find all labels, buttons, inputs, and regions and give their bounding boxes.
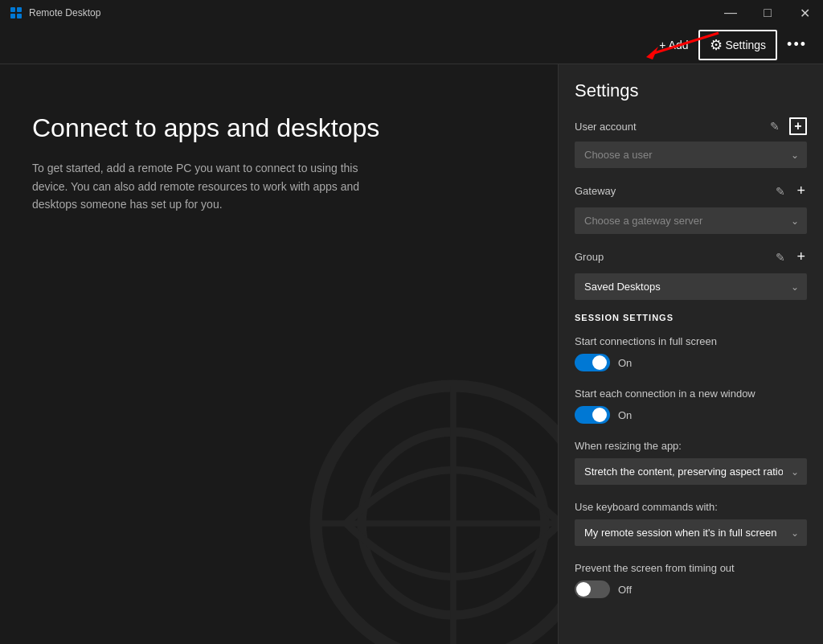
app-icon <box>10 6 23 19</box>
titlebar: Remote Desktop — □ ✕ <box>0 0 823 26</box>
start-fullscreen-toggle-row: On <box>575 354 807 371</box>
plus-icon: + <box>796 183 805 199</box>
gateway-dropdown[interactable]: Choose a gateway server <box>575 207 807 234</box>
user-dropdown-wrapper: Choose a user ⌄ <box>575 142 807 168</box>
gateway-actions: ✎ + <box>774 181 807 201</box>
edit-group-button[interactable]: ✎ <box>774 249 787 265</box>
user-account-section: User account ✎ + <box>575 117 807 135</box>
prevent-timeout-toggle[interactable] <box>575 580 610 598</box>
watermark-logo <box>301 371 558 644</box>
window-controls: — □ ✕ <box>712 0 823 26</box>
toolbar: + Add ⚙ Settings ••• <box>0 26 823 64</box>
toggle-knob <box>592 355 607 370</box>
main-heading: Connect to apps and desktops <box>32 113 526 143</box>
plus-icon: + <box>794 119 801 133</box>
resize-dropdown[interactable]: Stretch the content, preserving aspect r… <box>575 458 807 485</box>
user-account-actions: ✎ + <box>768 117 807 135</box>
titlebar-left: Remote Desktop <box>10 6 100 19</box>
svg-rect-2 <box>10 14 15 18</box>
start-fullscreen-state: On <box>618 357 632 369</box>
svg-rect-3 <box>17 14 22 18</box>
keyboard-label: Use keyboard commands with: <box>575 501 807 513</box>
keyboard-setting: Use keyboard commands with: My remote se… <box>575 501 807 546</box>
start-fullscreen-label: Start connections in full screen <box>575 335 807 347</box>
start-new-window-state: On <box>618 409 632 421</box>
start-fullscreen-toggle[interactable] <box>575 354 610 371</box>
group-dropdown[interactable]: Saved Desktops <box>575 273 807 300</box>
prevent-timeout-label: Prevent the screen from timing out <box>575 562 807 574</box>
group-dropdown-wrapper: Saved Desktops ⌄ <box>575 273 807 300</box>
pencil-icon: ✎ <box>770 120 780 133</box>
main-content: Connect to apps and desktops To get star… <box>0 64 823 644</box>
gateway-dropdown-wrapper: Choose a gateway server ⌄ <box>575 207 807 234</box>
prevent-timeout-toggle-row: Off <box>575 580 807 598</box>
pencil-icon: ✎ <box>776 185 785 198</box>
settings-button[interactable]: ⚙ Settings <box>698 30 778 60</box>
group-actions: ✎ + <box>774 247 807 267</box>
close-button[interactable]: ✕ <box>786 0 823 26</box>
prevent-timeout-state: Off <box>618 584 632 596</box>
toggle-knob <box>576 582 591 597</box>
settings-button-label: Settings <box>726 39 767 51</box>
maximize-button[interactable]: □ <box>749 0 786 26</box>
edit-user-button[interactable]: ✎ <box>768 118 781 134</box>
user-dropdown[interactable]: Choose a user <box>575 142 807 168</box>
prevent-timeout-setting: Prevent the screen from timing out Off <box>575 562 807 598</box>
more-icon: ••• <box>787 36 807 53</box>
main-body: To get started, add a remote PC you want… <box>32 159 386 213</box>
add-button[interactable]: + Add <box>649 34 698 56</box>
app-title: Remote Desktop <box>29 7 100 18</box>
resize-dropdown-wrapper: Stretch the content, preserving aspect r… <box>575 458 807 485</box>
start-new-window-toggle-row: On <box>575 406 807 424</box>
gateway-section: Gateway ✎ + <box>575 181 807 201</box>
keyboard-dropdown-wrapper: My remote session when it's in full scre… <box>575 519 807 546</box>
gateway-label: Gateway <box>575 185 616 197</box>
toggle-knob <box>592 408 607 422</box>
keyboard-dropdown[interactable]: My remote session when it's in full scre… <box>575 519 807 546</box>
add-user-button[interactable]: + <box>789 117 807 135</box>
start-new-window-label: Start each connection in a new window <box>575 388 807 400</box>
settings-title: Settings <box>575 80 807 101</box>
resize-setting: When resizing the app: Stretch the conte… <box>575 440 807 485</box>
edit-gateway-button[interactable]: ✎ <box>774 183 787 199</box>
settings-panel: Settings User account ✎ + Choose a user … <box>558 64 823 644</box>
resize-label: When resizing the app: <box>575 440 807 452</box>
more-button[interactable]: ••• <box>777 31 817 58</box>
minimize-button[interactable]: — <box>712 0 749 26</box>
start-new-window-setting: Start each connection in a new window On <box>575 388 807 424</box>
group-label: Group <box>575 251 604 263</box>
group-section: Group ✎ + <box>575 247 807 267</box>
user-account-label: User account <box>575 121 637 133</box>
add-gateway-button[interactable]: + <box>795 181 807 201</box>
plus-icon: + <box>796 248 805 265</box>
pencil-icon: ✎ <box>776 251 785 264</box>
svg-rect-0 <box>10 7 15 12</box>
svg-rect-1 <box>17 7 22 12</box>
session-settings-header: SESSION SETTINGS <box>575 313 807 322</box>
left-panel: Connect to apps and desktops To get star… <box>0 64 558 644</box>
start-new-window-toggle[interactable] <box>575 406 610 424</box>
start-fullscreen-setting: Start connections in full screen On <box>575 335 807 371</box>
add-group-button[interactable]: + <box>795 247 807 267</box>
gear-icon: ⚙ <box>710 36 723 54</box>
